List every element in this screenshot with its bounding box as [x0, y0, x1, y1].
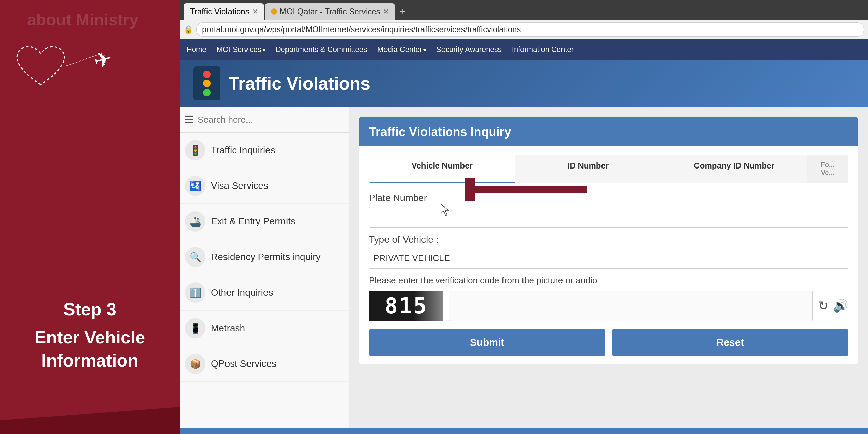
- main-area: ☰ 🚦 Traffic Inquiries 🛂 Visa Services 🚢 …: [180, 107, 868, 428]
- left-panel: about Ministry ✈ Step 3 Enter Vehicle In…: [0, 0, 180, 434]
- nav-home[interactable]: Home: [186, 45, 206, 54]
- type-of-vehicle-row: Type of Vehicle :: [369, 234, 848, 245]
- tab-bar: Traffic Violations ✕ MOI Qatar - Traffic…: [184, 3, 864, 20]
- inquiry-tabs: Vehicle Number ID Number Company ID Numb…: [369, 155, 848, 183]
- sidebar: ☰ 🚦 Traffic Inquiries 🛂 Visa Services 🚢 …: [180, 107, 349, 428]
- watermark-text: about Ministry: [27, 10, 138, 30]
- tab2-label: MOI Qatar - Traffic Services: [280, 7, 380, 16]
- captcha-value: 815: [384, 293, 428, 318]
- sidebar-item-qpost[interactable]: 📦 QPost Services: [180, 346, 349, 382]
- tab-traffic-violations[interactable]: Traffic Violations ✕: [184, 3, 264, 20]
- sidebar-item-visa[interactable]: 🛂 Visa Services: [180, 168, 349, 204]
- sidebar-item-exit[interactable]: 🚢 Exit & Entry Permits: [180, 204, 349, 239]
- captcha-image: 815: [369, 291, 443, 321]
- left-panel-banner: [0, 407, 180, 434]
- qpost-icon: 📦: [185, 354, 205, 374]
- nav-bar: Home MOI Services▾ Departments & Committ…: [180, 39, 868, 60]
- yellow-light: [203, 80, 211, 87]
- hamburger-icon[interactable]: ☰: [184, 113, 194, 126]
- captcha-section: Please enter the verification code from …: [369, 275, 848, 321]
- tab2-close-icon[interactable]: ✕: [383, 7, 389, 16]
- visa-services-icon: 🛂: [185, 176, 205, 196]
- dashed-line-icon: [14, 44, 115, 105]
- tab-vehicle-number[interactable]: Vehicle Number: [369, 155, 515, 183]
- action-buttons-row: Submit Reset: [369, 329, 848, 356]
- browser-chrome: Traffic Violations ✕ MOI Qatar - Traffic…: [180, 0, 868, 20]
- nav-security[interactable]: Security Awareness: [436, 45, 502, 54]
- inquiry-box: Traffic Violations Inquiry Vehicle Numbe…: [359, 117, 858, 364]
- nav-media-center[interactable]: Media Center▾: [377, 45, 426, 54]
- tab2-favicon-icon: [271, 8, 277, 15]
- tab-foreign-vehicle[interactable]: Fo...Ve...: [807, 155, 848, 183]
- sidebar-metrash-label: Metrash: [211, 323, 245, 334]
- step-description: Enter Vehicle Information: [21, 326, 159, 372]
- tab1-label: Traffic Violations: [190, 7, 250, 16]
- sidebar-item-metrash[interactable]: 📱 Metrash: [180, 311, 349, 346]
- sidebar-visa-label: Visa Services: [211, 180, 268, 191]
- page-title: Traffic Violations: [229, 73, 370, 94]
- nav-information[interactable]: Information Center: [512, 45, 574, 54]
- captcha-label: Please enter the verification code from …: [369, 275, 848, 286]
- decorative-area: ✈: [14, 44, 115, 105]
- tab-company-id[interactable]: Company ID Number: [661, 155, 807, 183]
- inquiry-header: Traffic Violations Inquiry: [359, 117, 858, 146]
- red-light: [203, 71, 211, 78]
- tab1-close-icon[interactable]: ✕: [252, 7, 258, 16]
- captcha-icons: ↻ 🔊: [818, 299, 848, 313]
- sidebar-item-traffic[interactable]: 🚦 Traffic Inquiries: [180, 133, 349, 168]
- type-of-vehicle-label: Type of Vehicle :: [369, 234, 438, 245]
- submit-button[interactable]: Submit: [369, 329, 605, 356]
- other-inquiries-icon: ℹ️: [185, 282, 205, 303]
- svg-line-0: [66, 53, 103, 66]
- address-bar[interactable]: portal.moi.gov.qa/wps/portal/MOIInternet…: [196, 22, 864, 37]
- form-area: Traffic Violations Inquiry Vehicle Numbe…: [349, 107, 868, 428]
- sidebar-item-residency[interactable]: 🔍 Residency Permits inquiry: [180, 239, 349, 275]
- traffic-light-icon: [193, 66, 220, 100]
- new-tab-button[interactable]: +: [396, 3, 409, 20]
- plate-number-label: Plate Number: [369, 193, 848, 203]
- sidebar-qpost-label: QPost Services: [211, 358, 276, 369]
- page-scroll-indicator: [180, 428, 868, 434]
- exit-entry-icon: 🚢: [185, 211, 205, 232]
- address-bar-row: 🔒 portal.moi.gov.qa/wps/portal/MOIIntern…: [180, 20, 868, 39]
- green-light: [203, 89, 211, 96]
- page-header: Traffic Violations: [180, 60, 868, 107]
- step-label: Step 3: [21, 299, 159, 319]
- refresh-captcha-icon[interactable]: ↻: [818, 299, 828, 313]
- captcha-row: 815 ↻ 🔊: [369, 291, 848, 321]
- tab-moi-qatar[interactable]: MOI Qatar - Traffic Services ✕: [265, 3, 395, 20]
- traffic-inquiries-icon: 🚦: [185, 140, 205, 160]
- nav-departments[interactable]: Departments & Committees: [276, 45, 367, 54]
- metrash-icon: 📱: [185, 318, 205, 338]
- sidebar-traffic-label: Traffic Inquiries: [211, 145, 275, 156]
- search-input[interactable]: [198, 115, 344, 125]
- inquiry-body: Vehicle Number ID Number Company ID Numb…: [359, 146, 858, 364]
- vehicle-type-display[interactable]: PRIVATE VEHICLE: [369, 248, 848, 269]
- plate-number-input[interactable]: [369, 207, 848, 228]
- audio-captcha-icon[interactable]: 🔊: [833, 299, 848, 313]
- lock-icon: 🔒: [184, 25, 193, 34]
- sidebar-exit-label: Exit & Entry Permits: [211, 216, 295, 227]
- sidebar-residency-label: Residency Permits inquiry: [211, 252, 321, 262]
- reset-button[interactable]: Reset: [612, 329, 848, 356]
- sidebar-search-row: ☰: [180, 107, 349, 133]
- nav-moi-services[interactable]: MOI Services▾: [217, 45, 265, 54]
- page-content: Traffic Violations ☰ 🚦 Traffic Inquiries…: [180, 60, 868, 428]
- inquiry-title: Traffic Violations Inquiry: [369, 125, 511, 139]
- right-panel: Traffic Violations ✕ MOI Qatar - Traffic…: [180, 0, 868, 434]
- sidebar-item-other[interactable]: ℹ️ Other Inquiries: [180, 275, 349, 311]
- captcha-input[interactable]: [449, 291, 813, 321]
- tab-id-number[interactable]: ID Number: [515, 155, 662, 183]
- residency-icon: 🔍: [185, 247, 205, 267]
- sidebar-other-label: Other Inquiries: [211, 287, 273, 298]
